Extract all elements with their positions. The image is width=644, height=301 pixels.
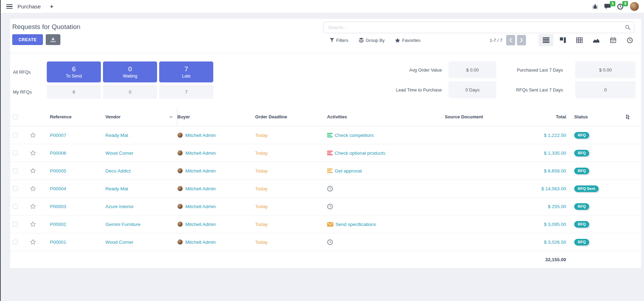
- column-header-buyer[interactable]: Buyer: [177, 108, 255, 126]
- table-row[interactable]: P00002 Gemini Furniture Mitchell Admin T…: [10, 215, 641, 233]
- favorite-star-icon[interactable]: [23, 150, 43, 156]
- rfq-reference-link[interactable]: P00004: [50, 186, 66, 191]
- vendor-link[interactable]: Azure Interior: [105, 204, 134, 209]
- download-icon: [51, 37, 55, 42]
- debug-bug-icon[interactable]: [592, 4, 598, 9]
- clock-activity-icon[interactable]: [327, 239, 333, 245]
- column-header-status[interactable]: Status: [569, 108, 610, 126]
- rfq-reference-link[interactable]: P00006: [50, 150, 66, 156]
- buyer-link[interactable]: Mitchell Admin: [185, 240, 216, 245]
- pivot-view-icon: [576, 37, 583, 43]
- table-row[interactable]: P00001 Wood Corner Mitchell Admin Today …: [10, 233, 641, 251]
- vendor-link[interactable]: Gemini Furniture: [105, 222, 141, 227]
- rfq-reference-link[interactable]: P00007: [50, 133, 66, 138]
- messages-button[interactable]: 5: [604, 3, 611, 9]
- user-avatar[interactable]: [630, 2, 639, 11]
- buyer-link[interactable]: Mitchell Admin: [185, 133, 216, 138]
- buyer-link[interactable]: Mitchell Admin: [185, 204, 216, 209]
- select-all-checkbox[interactable]: [13, 115, 18, 119]
- row-checkbox[interactable]: [13, 186, 18, 191]
- row-checkbox[interactable]: [13, 168, 18, 173]
- favorite-star-icon[interactable]: [23, 221, 43, 227]
- chevron-left-icon: [509, 38, 512, 42]
- status-badge: RFQ: [574, 132, 589, 139]
- table-row[interactable]: P00003 Azure Interior Mitchell Admin Tod…: [10, 198, 641, 215]
- late-card[interactable]: 7 Late: [159, 61, 213, 82]
- tasks-activity-icon[interactable]: [327, 168, 333, 173]
- rfq-reference-link[interactable]: P00002: [50, 222, 66, 227]
- activity-label[interactable]: Send specifications: [335, 222, 376, 227]
- new-tab-button[interactable]: +: [50, 3, 53, 10]
- app-menu-button[interactable]: Purchase: [17, 3, 41, 10]
- search-icon[interactable]: [625, 25, 630, 30]
- column-header-activities[interactable]: Activities: [327, 108, 394, 126]
- to-send-card[interactable]: 6 To Send: [47, 61, 101, 82]
- row-checkbox[interactable]: [13, 204, 18, 209]
- filters-button[interactable]: Filters: [330, 38, 348, 43]
- pager-previous-button[interactable]: [506, 35, 515, 45]
- activity-label[interactable]: Check competitors: [335, 133, 374, 138]
- vendor-link[interactable]: Wood Corner: [105, 240, 133, 245]
- column-header-reference[interactable]: Reference: [43, 108, 105, 126]
- activities-button[interactable]: 9: [617, 3, 623, 10]
- buyer-link[interactable]: Mitchell Admin: [185, 150, 216, 156]
- column-header-deadline[interactable]: Order Deadline: [255, 108, 327, 126]
- activity-view-button[interactable]: [622, 34, 637, 46]
- my-to-send-card[interactable]: 6: [47, 85, 101, 99]
- column-header-source[interactable]: Source Document: [394, 108, 534, 126]
- rfq-reference-link[interactable]: P00003: [50, 204, 66, 209]
- favorite-star-icon[interactable]: [23, 204, 43, 209]
- favorite-star-icon[interactable]: [23, 239, 43, 245]
- pager: 1-7 / 7: [490, 35, 526, 45]
- column-header-total[interactable]: Total: [534, 108, 569, 126]
- apps-menu-icon[interactable]: [6, 3, 13, 10]
- status-badge: RFQ: [574, 203, 589, 210]
- row-checkbox[interactable]: [13, 240, 18, 244]
- vendor-link[interactable]: Deco Addict: [105, 168, 131, 174]
- tasks-activity-icon[interactable]: [327, 133, 333, 138]
- buyer-link[interactable]: Mitchell Admin: [185, 222, 216, 227]
- row-checkbox[interactable]: [13, 222, 18, 227]
- activity-label[interactable]: Check optional products: [335, 150, 385, 156]
- pivot-view-button[interactable]: [572, 34, 587, 46]
- row-checkbox[interactable]: [13, 133, 18, 138]
- kanban-view-button[interactable]: [555, 34, 570, 46]
- rfq-reference-link[interactable]: P00005: [50, 168, 66, 174]
- table-row[interactable]: P00004 Ready Mat Mitchell Admin Today $ …: [10, 180, 641, 198]
- favorite-star-icon[interactable]: [23, 186, 43, 191]
- my-waiting-card[interactable]: 0: [103, 85, 157, 99]
- list-view-button[interactable]: [539, 34, 553, 46]
- my-late-card[interactable]: 7: [159, 85, 213, 99]
- favorite-star-icon[interactable]: [23, 168, 43, 174]
- buyer-link[interactable]: Mitchell Admin: [185, 186, 216, 191]
- pager-next-button[interactable]: [517, 35, 526, 45]
- table-row[interactable]: P00007 Ready Mat Mitchell Admin Today Ch…: [10, 126, 641, 144]
- vendor-link[interactable]: Ready Mat: [105, 186, 128, 191]
- vendor-link[interactable]: Wood Corner: [105, 150, 133, 156]
- vendor-link[interactable]: Ready Mat: [105, 133, 128, 138]
- favorite-star-icon[interactable]: [23, 132, 43, 138]
- clock-activity-icon[interactable]: [327, 186, 333, 192]
- favorites-button[interactable]: Favorites: [395, 38, 421, 43]
- tasks-activity-icon[interactable]: [327, 150, 333, 155]
- waiting-card[interactable]: 0 Waiting: [103, 61, 157, 82]
- group-by-button[interactable]: Group By: [359, 38, 385, 43]
- export-button[interactable]: [46, 34, 60, 45]
- optional-columns-button[interactable]: [610, 108, 641, 126]
- envelope-activity-icon[interactable]: [327, 222, 333, 227]
- message-count-badge: 5: [610, 1, 615, 6]
- create-button[interactable]: CREATE: [12, 34, 43, 45]
- rfq-reference-link[interactable]: P00001: [50, 240, 66, 245]
- graph-view-button[interactable]: [589, 34, 604, 46]
- activity-label[interactable]: Get approval: [335, 168, 362, 174]
- calendar-view-button[interactable]: [606, 34, 620, 46]
- clock-activity-icon[interactable]: [327, 204, 333, 210]
- buyer-link[interactable]: Mitchell Admin: [185, 168, 216, 174]
- column-header-vendor[interactable]: Vendor: [105, 108, 177, 126]
- search-input[interactable]: [328, 25, 625, 30]
- row-checkbox[interactable]: [13, 150, 18, 155]
- rfq-list: Reference Vendor Buyer Order Deadline Ac…: [10, 108, 641, 269]
- table-row[interactable]: P00006 Wood Corner Mitchell Admin Today …: [10, 144, 641, 162]
- table-row[interactable]: P00005 Deco Addict Mitchell Admin Today …: [10, 162, 641, 180]
- order-deadline: Today: [255, 150, 327, 156]
